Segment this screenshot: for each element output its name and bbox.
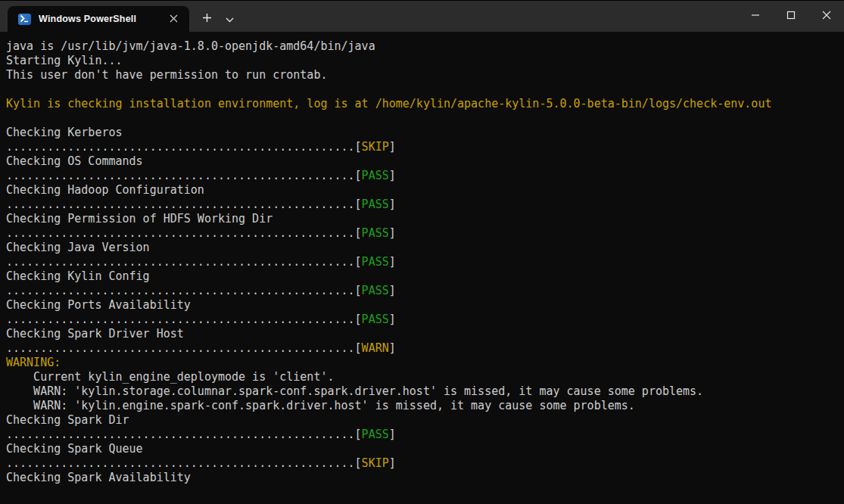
terminal-line: WARN: 'kylin.engine.spark-conf.spark.dri… — [6, 399, 838, 413]
maximize-button[interactable] — [773, 1, 808, 32]
terminal-line: ........................................… — [6, 169, 838, 183]
minimize-button[interactable] — [737, 1, 773, 32]
new-tab-button[interactable] — [195, 8, 218, 30]
terminal-line: Checking Kylin Config — [6, 269, 838, 284]
maximize-icon — [786, 11, 796, 22]
terminal-line: Checking Permission of HDFS Working Dir — [6, 212, 838, 226]
tab-title: Windows PowerShell — [39, 14, 164, 24]
terminal-output: java is /usr/lib/jvm/java-1.8.0-openjdk-… — [6, 39, 838, 485]
powershell-icon — [18, 14, 31, 25]
terminal-line — [6, 111, 838, 126]
terminal-line: ........................................… — [6, 284, 838, 298]
close-icon — [170, 14, 178, 25]
tab-windows-powershell[interactable]: Windows PowerShell — [8, 6, 189, 32]
terminal-line: Starting Kylin... — [6, 54, 838, 68]
terminal-line: ........................................… — [6, 140, 838, 154]
terminal-line: WARN: 'kylin.storage.columnar.spark-conf… — [6, 384, 838, 399]
titlebar: Windows PowerShell — [0, 1, 844, 32]
terminal-line: This user don't have permission to run c… — [6, 68, 838, 82]
terminal-line: java is /usr/lib/jvm/java-1.8.0-openjdk-… — [6, 39, 838, 54]
terminal-line: ........................................… — [6, 226, 838, 241]
terminal-line: Checking Spark Availability — [6, 471, 838, 485]
plus-icon — [202, 13, 212, 25]
terminal-line: Checking Spark Driver Host — [6, 327, 838, 341]
terminal-window: Windows PowerShell — [0, 0, 844, 504]
terminal[interactable]: java is /usr/lib/jvm/java-1.8.0-openjdk-… — [0, 32, 844, 504]
terminal-line: Current kylin_engine_deploymode is 'clie… — [6, 370, 838, 384]
tab-dropdown-button[interactable] — [220, 8, 239, 30]
window-controls — [737, 1, 844, 32]
terminal-line: ........................................… — [6, 313, 838, 327]
close-icon — [822, 11, 831, 22]
close-button[interactable] — [808, 1, 844, 32]
terminal-line: ........................................… — [6, 428, 838, 442]
terminal-line: ........................................… — [6, 198, 838, 212]
terminal-line: WARNING: — [6, 356, 838, 370]
terminal-line — [6, 82, 838, 97]
terminal-line: ........................................… — [6, 456, 838, 471]
terminal-line: Checking Spark Dir — [6, 413, 838, 428]
terminal-line: ........................................… — [6, 341, 838, 356]
tab-strip: Windows PowerShell — [0, 1, 737, 32]
terminal-line: Checking Spark Queue — [6, 442, 838, 456]
terminal-line: Checking Kerberos — [6, 126, 838, 140]
chevron-down-icon — [226, 14, 234, 25]
terminal-line: Kylin is checking installation environme… — [6, 97, 838, 111]
terminal-line: Checking Ports Availability — [6, 298, 838, 313]
terminal-line: Checking Java Version — [6, 241, 838, 255]
tab-close-button[interactable] — [164, 9, 183, 29]
terminal-line: ........................................… — [6, 255, 838, 269]
terminal-line: Checking OS Commands — [6, 154, 838, 169]
minimize-icon — [751, 11, 760, 22]
terminal-line: Checking Hadoop Configuration — [6, 183, 838, 198]
